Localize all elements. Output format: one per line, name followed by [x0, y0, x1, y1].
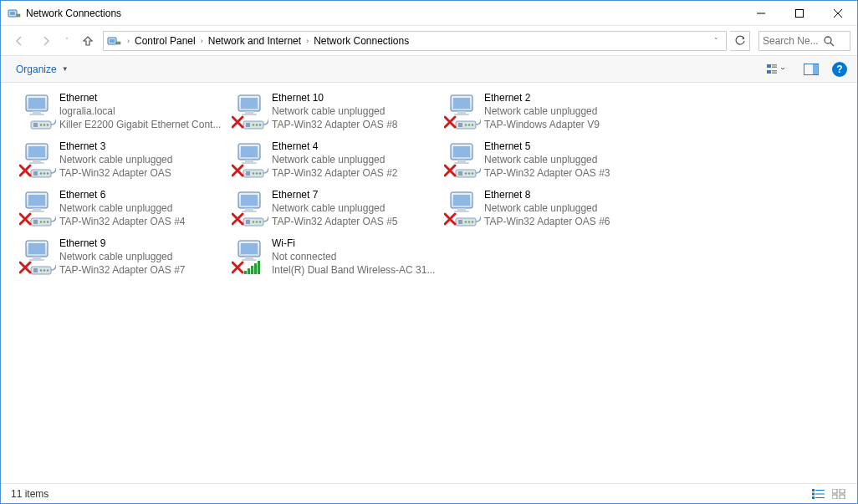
svg-point-63: [256, 172, 258, 174]
connection-item[interactable]: Ethernet 10Network cable unpluggedTAP-Wi…: [228, 89, 441, 138]
svg-rect-17: [772, 72, 777, 74]
window-title: Network Connections: [26, 8, 742, 19]
address-dropdown[interactable]: ˅: [707, 37, 724, 45]
connection-status: Network cable unplugged: [484, 201, 610, 215]
svg-point-46: [472, 124, 473, 125]
svg-point-64: [259, 172, 261, 174]
svg-point-73: [472, 172, 473, 174]
connection-text: Ethernetlogralia.localKiller E2200 Gigab…: [59, 91, 221, 131]
connection-text: Ethernet 9Network cable unpluggedTAP-Win…: [59, 237, 186, 277]
svg-rect-119: [812, 489, 815, 491]
svg-point-62: [253, 172, 254, 174]
forward-button[interactable]: [34, 29, 58, 53]
connection-adapter: TAP-Win32 Adapter OAS #4: [59, 215, 186, 228]
svg-rect-32: [242, 114, 257, 115]
connection-item[interactable]: Ethernet 8Network cable unpluggedTAP-Win…: [441, 186, 653, 235]
connection-adapter: TAP-Win32 Adapter OAS #5: [272, 215, 398, 228]
breadcrumb-control-panel[interactable]: Control Panel: [133, 32, 197, 50]
svg-line-11: [830, 43, 834, 46]
connection-text: Ethernet 4Network cable unpluggedTAP-Win…: [272, 140, 398, 180]
maximize-button[interactable]: [780, 1, 819, 26]
search-icon[interactable]: [823, 35, 835, 47]
connection-name: Ethernet 7: [272, 188, 398, 201]
svg-rect-4: [796, 9, 804, 17]
svg-rect-84: [241, 195, 258, 206]
preview-pane-button[interactable]: [797, 59, 825, 79]
location-icon: [107, 34, 122, 48]
svg-point-81: [43, 221, 45, 222]
close-button[interactable]: [819, 1, 857, 26]
view-options-button[interactable]: [762, 59, 790, 79]
connection-text: Ethernet 10Network cable unpluggedTAP-Wi…: [272, 91, 398, 131]
address-bar[interactable]: › Control Panel › Network and Internet ›…: [103, 31, 727, 51]
history-dropdown[interactable]: ˅: [61, 37, 73, 44]
connection-item[interactable]: Ethernet 9Network cable unpluggedTAP-Win…: [16, 235, 228, 283]
svg-rect-57: [241, 146, 258, 157]
connection-name: Ethernet 9: [59, 237, 186, 250]
breadcrumb-network-connections[interactable]: Network Connections: [312, 32, 411, 50]
command-bar: Organize ▼ ?: [1, 56, 857, 83]
connection-status: Network cable unplugged: [59, 250, 186, 263]
network-adapter-icon: [232, 93, 268, 130]
breadcrumb-separator[interactable]: ›: [197, 32, 207, 50]
svg-rect-125: [832, 489, 837, 493]
svg-rect-123: [812, 496, 815, 499]
search-input[interactable]: [763, 35, 823, 47]
svg-rect-2: [17, 14, 20, 17]
connection-item[interactable]: Ethernet 6Network cable unpluggedTAP-Win…: [16, 186, 228, 235]
svg-rect-77: [29, 211, 44, 212]
help-button[interactable]: ?: [832, 62, 847, 77]
details-view-button[interactable]: [810, 486, 827, 501]
svg-rect-124: [815, 497, 825, 498]
breadcrumb-separator[interactable]: ›: [124, 32, 133, 50]
svg-point-108: [43, 269, 45, 271]
back-button[interactable]: [8, 29, 31, 53]
svg-rect-68: [454, 162, 469, 164]
connection-text: Ethernet 2Network cable unpluggedTAP-Win…: [484, 91, 600, 131]
svg-rect-111: [241, 243, 258, 254]
organize-label: Organize: [16, 64, 57, 75]
svg-point-26: [40, 124, 42, 125]
svg-rect-120: [815, 490, 825, 491]
large-icons-view-button[interactable]: [830, 486, 847, 501]
connection-status: Network cable unplugged: [484, 104, 600, 118]
connection-item[interactable]: Ethernet 4Network cable unpluggedTAP-Win…: [228, 138, 441, 186]
connection-adapter: Intel(R) Dual Band Wireless-AC 31...: [272, 263, 435, 277]
svg-rect-114: [244, 271, 247, 274]
svg-rect-30: [241, 98, 258, 109]
connection-text: Ethernet 6Network cable unpluggedTAP-Win…: [59, 188, 186, 228]
connection-item[interactable]: Ethernet 2Network cable unpluggedTAP-Win…: [441, 89, 653, 138]
connection-text: Wi-FiNot connectedIntel(R) Dual Band Wir…: [272, 237, 435, 277]
minimize-button[interactable]: [742, 1, 780, 26]
svg-rect-39: [453, 98, 470, 109]
svg-rect-70: [458, 171, 462, 176]
connection-adapter: Killer E2200 Gigabit Ethernet Cont...: [59, 118, 221, 131]
connection-name: Ethernet 10: [272, 91, 398, 104]
connection-item[interactable]: Ethernet 3Network cable unpluggedTAP-Win…: [16, 138, 228, 186]
svg-rect-59: [242, 162, 257, 164]
svg-point-107: [40, 269, 42, 271]
connection-name: Ethernet: [59, 91, 221, 104]
connection-item[interactable]: Wi-FiNot connectedIntel(R) Dual Band Wir…: [228, 235, 441, 283]
refresh-button[interactable]: [730, 31, 750, 51]
svg-rect-112: [245, 257, 253, 259]
status-bar: 11 items: [1, 483, 857, 503]
connection-item[interactable]: Ethernet 5Network cable unpluggedTAP-Win…: [441, 138, 653, 186]
connection-adapter: TAP-Win32 Adapter OAS #8: [272, 118, 398, 131]
organize-menu-button[interactable]: Organize ▼: [11, 60, 74, 79]
svg-rect-31: [245, 111, 253, 114]
connection-item[interactable]: Ethernet 7Network cable unpluggedTAP-Win…: [228, 186, 441, 235]
connection-adapter: TAP-Windows Adapter V9: [484, 118, 600, 131]
svg-rect-40: [457, 111, 466, 114]
breadcrumb-network-and-internet[interactable]: Network and Internet: [207, 32, 303, 50]
connection-name: Ethernet 3: [59, 140, 172, 153]
breadcrumb-separator[interactable]: ›: [303, 32, 312, 50]
search-box[interactable]: [758, 31, 850, 51]
svg-rect-113: [242, 259, 257, 261]
svg-point-98: [465, 221, 467, 222]
connections-list: Ethernetlogralia.localKiller E2200 Gigab…: [1, 83, 857, 483]
connection-item[interactable]: Ethernetlogralia.localKiller E2200 Gigab…: [16, 89, 228, 138]
up-button[interactable]: [76, 29, 100, 53]
chevron-down-icon: ▼: [62, 65, 69, 73]
svg-point-100: [472, 221, 473, 222]
